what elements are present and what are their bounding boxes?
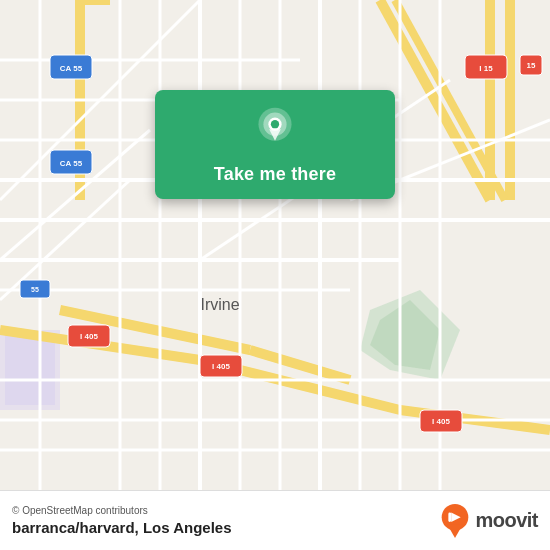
map-container: CA 55 CA 55 55 I 15 15 I 405 I 405 I 405…: [0, 0, 550, 490]
svg-text:CA 55: CA 55: [60, 64, 83, 73]
svg-text:I 405: I 405: [212, 362, 230, 371]
svg-text:CA 55: CA 55: [60, 159, 83, 168]
moovit-pin-icon: [439, 502, 471, 540]
svg-text:15: 15: [527, 61, 536, 70]
attribution-text: © OpenStreetMap contributors: [12, 505, 232, 516]
location-card: Take me there: [155, 90, 395, 199]
svg-rect-4: [5, 335, 55, 405]
svg-text:Irvine: Irvine: [200, 296, 239, 313]
svg-rect-66: [449, 512, 452, 522]
location-name: barranca/harvard, Los Angeles: [12, 519, 232, 536]
moovit-logo: moovit: [439, 502, 538, 540]
moovit-text: moovit: [475, 509, 538, 532]
svg-point-62: [271, 120, 279, 128]
location-pin-icon: [251, 106, 299, 154]
svg-text:I 405: I 405: [432, 417, 450, 426]
map-background: CA 55 CA 55 55 I 15 15 I 405 I 405 I 405…: [0, 0, 550, 490]
take-me-there-button[interactable]: Take me there: [214, 164, 336, 185]
bottom-left: © OpenStreetMap contributors barranca/ha…: [12, 505, 232, 536]
svg-text:I 15: I 15: [479, 64, 493, 73]
svg-marker-65: [448, 524, 463, 537]
svg-text:55: 55: [31, 286, 39, 293]
svg-text:I 405: I 405: [80, 332, 98, 341]
bottom-bar: © OpenStreetMap contributors barranca/ha…: [0, 490, 550, 550]
